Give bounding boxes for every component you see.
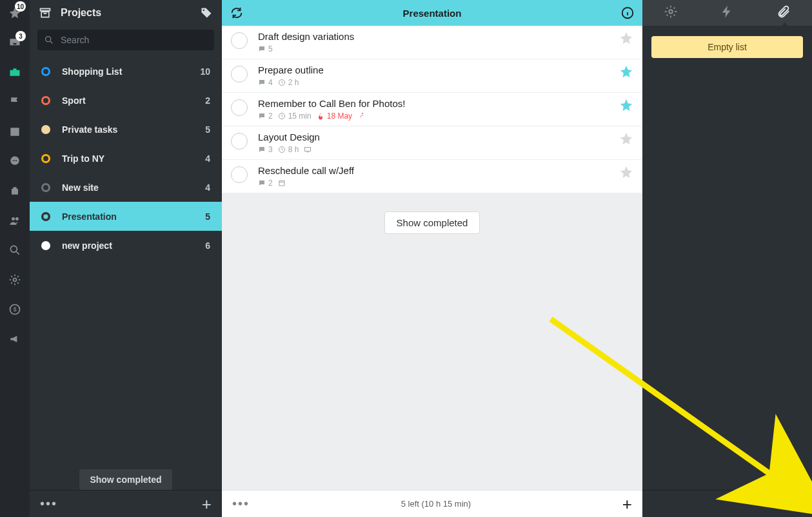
- running-icon: [357, 112, 365, 120]
- project-item[interactable]: Trip to NY4: [30, 144, 222, 173]
- add-project-button[interactable]: +: [202, 496, 212, 512]
- project-item[interactable]: Presentation5: [30, 202, 222, 231]
- duration-icon: 15 min: [278, 112, 312, 121]
- star-icon[interactable]: [619, 64, 633, 79]
- task-checkbox[interactable]: [231, 66, 248, 83]
- task-meta: 5: [258, 44, 609, 54]
- rail-flag[interactable]: [0, 94, 30, 110]
- project-color-dot: [41, 183, 50, 192]
- svg-point-6: [15, 217, 19, 220]
- project-item[interactable]: Sport2: [30, 86, 222, 115]
- refresh-icon: [230, 6, 244, 20]
- rail-inbox[interactable]: 3: [0, 35, 30, 50]
- comments-icon: 2: [258, 112, 273, 121]
- rail-chat[interactable]: [0, 153, 30, 169]
- archive-icon[interactable]: [39, 6, 52, 19]
- due-date: 18 May: [317, 112, 352, 121]
- task-checkbox[interactable]: [231, 133, 248, 150]
- task-pane-header: Presentation: [222, 0, 642, 26]
- search-icon: [44, 35, 54, 45]
- rail-luggage[interactable]: [0, 183, 30, 199]
- add-task-button[interactable]: +: [622, 496, 632, 512]
- task-row[interactable]: Draft design variations5: [222, 26, 642, 59]
- project-count: 4: [205, 153, 210, 164]
- project-name: Presentation: [62, 211, 193, 222]
- duration-icon: 8 h: [278, 145, 299, 154]
- duration-icon: 2 h: [278, 78, 299, 87]
- show-completed-container: Show completed: [222, 193, 642, 252]
- info-icon: [620, 6, 635, 20]
- task-title: Remember to Call Ben for Photos!: [258, 98, 609, 109]
- briefcase-icon: [8, 66, 21, 79]
- rail-calendar[interactable]: 23: [0, 124, 30, 139]
- task-checkbox[interactable]: [231, 166, 248, 183]
- task-row[interactable]: Layout Design38 h: [222, 126, 642, 160]
- project-color-dot: [41, 96, 50, 105]
- task-checkbox[interactable]: [231, 99, 248, 116]
- svg-rect-18: [305, 148, 311, 151]
- active-tab-caret-icon: [781, 23, 789, 26]
- project-item[interactable]: Private tasks5: [30, 115, 222, 144]
- task-pane-footer: ••• 5 left (10 h 15 min) +: [222, 490, 642, 517]
- task-row[interactable]: Remember to Call Ben for Photos!215 min1…: [222, 93, 642, 126]
- task-checkbox[interactable]: [231, 32, 248, 49]
- rail-settings[interactable]: [0, 272, 30, 288]
- rail-people[interactable]: [0, 213, 30, 228]
- search-container: [30, 26, 222, 57]
- project-name: Shopping List: [62, 66, 188, 77]
- tag-icon[interactable]: [200, 6, 213, 19]
- rail-announce[interactable]: [0, 331, 30, 347]
- task-row[interactable]: Reschedule call w/Jeff2: [222, 160, 642, 193]
- svg-point-8: [14, 278, 17, 282]
- svg-point-4: [16, 160, 17, 161]
- star-icon[interactable]: [619, 98, 633, 112]
- detail-pane-header: [642, 0, 812, 26]
- comments-icon: 4: [258, 78, 273, 87]
- svg-point-2: [13, 160, 14, 161]
- project-item[interactable]: New site4: [30, 173, 222, 202]
- task-status-text: 5 left (10 h 15 min): [250, 499, 622, 509]
- bolt-icon: [720, 5, 734, 19]
- show-completed-tasks-button[interactable]: Show completed: [384, 211, 480, 234]
- svg-rect-19: [279, 181, 284, 186]
- project-color-dot: [41, 241, 50, 250]
- task-meta: 2: [258, 179, 609, 188]
- megaphone-icon: [8, 333, 21, 346]
- svg-point-3: [14, 160, 15, 161]
- search-input[interactable]: [61, 35, 208, 45]
- search-field[interactable]: [37, 30, 214, 50]
- svg-text:23: 23: [12, 131, 17, 135]
- more-menu-icon[interactable]: •••: [40, 496, 57, 511]
- project-count: 10: [200, 66, 210, 77]
- rail-search[interactable]: [0, 242, 30, 258]
- task-list: Draft design variations5Prepare outline4…: [222, 26, 642, 193]
- detail-settings-tab[interactable]: [664, 5, 678, 21]
- detail-pane-footer: +: [642, 490, 812, 517]
- refresh-button[interactable]: [230, 6, 244, 20]
- task-row[interactable]: Prepare outline42 h: [222, 59, 642, 93]
- show-completed-button[interactable]: Show completed: [79, 469, 172, 490]
- project-count: 4: [205, 182, 210, 193]
- info-button[interactable]: [620, 6, 635, 20]
- detail-attachments-tab[interactable]: [777, 5, 791, 21]
- star-icon[interactable]: [619, 165, 633, 179]
- task-pane: Presentation Draft design variations5Pre…: [222, 0, 642, 517]
- rail-billing[interactable]: $: [0, 302, 30, 317]
- rail-projects[interactable]: [0, 64, 30, 80]
- add-attachment-button[interactable]: +: [792, 496, 802, 512]
- project-name: new project: [62, 240, 193, 251]
- project-item[interactable]: Shopping List10: [30, 57, 222, 86]
- rail-star[interactable]: 10: [0, 5, 30, 21]
- nav-rail: 10 3 23 $: [0, 0, 30, 517]
- svg-point-5: [12, 217, 15, 220]
- screen-icon: [304, 146, 312, 153]
- people-icon: [8, 214, 21, 227]
- star-icon[interactable]: [619, 132, 633, 146]
- detail-activity-tab[interactable]: [720, 5, 734, 21]
- task-more-menu-icon[interactable]: •••: [232, 496, 250, 511]
- gear-icon: [8, 273, 21, 286]
- star-icon[interactable]: [619, 31, 633, 45]
- task-title: Prepare outline: [258, 64, 609, 75]
- project-item[interactable]: new project6: [30, 231, 222, 260]
- svg-point-12: [46, 37, 51, 42]
